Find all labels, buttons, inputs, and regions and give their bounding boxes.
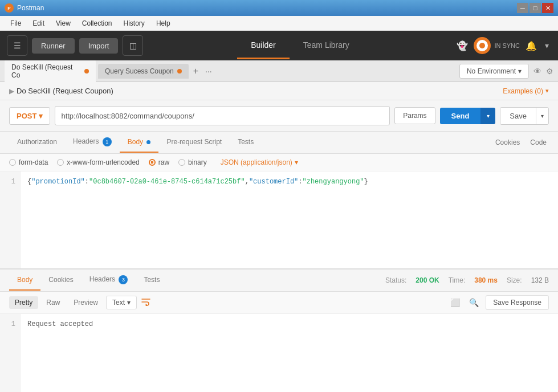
nav-chevron[interactable]: ▾ <box>543 39 551 52</box>
urlencoded-radio[interactable] <box>57 159 64 166</box>
sub-tab-right: Cookies Code <box>493 133 549 152</box>
team-library-tab[interactable]: Team Library <box>290 32 363 59</box>
status-value: 200 OK <box>416 276 439 284</box>
resp-tab-headers[interactable]: Headers 3 <box>82 270 136 291</box>
resp-line-numbers: 1 <box>0 314 21 392</box>
binary-radio[interactable] <box>178 159 185 166</box>
raw-label: raw <box>158 158 169 166</box>
sync-area: IN SYNC <box>474 37 520 54</box>
menu-collection[interactable]: Collection <box>76 17 118 30</box>
code-content[interactable]: {"promotionId":"0c8b4607-02a0-461e-8745-… <box>21 172 558 268</box>
import-button[interactable]: Import <box>79 38 119 54</box>
text-arrow: ▾ <box>127 299 131 307</box>
binary-option[interactable]: binary <box>178 158 207 166</box>
text-dropdown[interactable]: Text ▾ <box>106 296 137 309</box>
sidebar-toggle-button[interactable]: ☰ <box>7 35 27 56</box>
runner-button[interactable]: Runner <box>32 38 75 54</box>
bell-icon[interactable]: 🔔 <box>526 40 537 51</box>
form-data-option[interactable]: form-data <box>9 158 48 166</box>
app-title: Postman <box>17 4 517 12</box>
json-type-label: JSON (application/json) <box>221 158 292 166</box>
json-type-arrow: ▾ <box>295 158 298 166</box>
save-main-button[interactable]: Save <box>500 108 536 124</box>
tab-pre-request[interactable]: Pre-request Script <box>158 132 230 153</box>
menu-history[interactable]: History <box>118 17 150 30</box>
top-nav: ☰ Runner Import ◫ Builder Team Library 👻… <box>0 31 558 60</box>
text-label: Text <box>112 299 125 307</box>
request-line: POST ▾ Params Send ▾ Save ▾ <box>0 100 558 132</box>
menu-file[interactable]: File <box>5 17 27 30</box>
builder-tab[interactable]: Builder <box>237 32 290 59</box>
wrap-button[interactable] <box>139 296 153 310</box>
request-tab-2[interactable]: Query Sucess Coupon <box>98 64 189 79</box>
save-button: Save ▾ <box>500 107 549 125</box>
method-label: POST <box>17 112 36 120</box>
code-link[interactable]: Code <box>528 133 549 152</box>
cookies-link[interactable]: Cookies <box>493 133 522 152</box>
pretty-button[interactable]: Pretty <box>9 296 38 309</box>
urlencoded-option[interactable]: x-www-form-urlencoded <box>57 158 139 166</box>
add-tab-button[interactable]: + <box>191 66 201 76</box>
wrap-icon <box>141 298 150 306</box>
nav-right: 👻 IN SYNC 🔔 ▾ <box>457 37 551 54</box>
menu-help[interactable]: Help <box>150 17 176 30</box>
resp-tab-body[interactable]: Body <box>9 270 40 291</box>
breadcrumb-bar: ▶ Do SecKill (Request Coupon) Examples (… <box>0 82 558 100</box>
form-data-radio[interactable] <box>9 159 16 166</box>
body-dot <box>146 140 150 144</box>
tab-headers[interactable]: Headers 1 <box>65 132 120 153</box>
request-tab-1-dot <box>84 69 89 74</box>
minimize-button[interactable]: ─ <box>517 3 528 13</box>
response-right-tools: ⬜ 🔍 Save Response <box>448 295 549 310</box>
code-editor[interactable]: 1 {"promotionId":"0c8b4607-02a0-461e-874… <box>0 172 558 268</box>
request-tab-1-label: Do SecKill (Request Co <box>11 63 81 79</box>
more-tabs-button[interactable]: ··· <box>203 67 214 76</box>
copy-button[interactable]: ⬜ <box>448 296 462 309</box>
raw-radio[interactable] <box>149 159 156 166</box>
raw-button[interactable]: Raw <box>40 296 66 309</box>
preview-button[interactable]: Preview <box>68 296 104 309</box>
env-settings-button[interactable]: ⚙ <box>546 67 553 76</box>
sync-icon <box>474 37 491 54</box>
tab-tests[interactable]: Tests <box>230 132 262 153</box>
save-arrow-button[interactable]: ▾ <box>536 108 548 124</box>
tab-body[interactable]: Body <box>120 132 159 153</box>
request-tabs: Do SecKill (Request Co Query Sucess Coup… <box>0 60 558 82</box>
send-main-button[interactable]: Send <box>440 108 481 124</box>
time-label: Time: <box>449 276 466 284</box>
raw-option[interactable]: raw <box>149 158 169 166</box>
resp-tab-tests[interactable]: Tests <box>136 270 168 291</box>
tab-authorization[interactable]: Authorization <box>9 132 65 153</box>
examples-arrow[interactable]: ▾ <box>545 87 549 95</box>
line-num-1: 1 <box>0 176 20 187</box>
env-eye-button[interactable]: 👁 <box>533 67 541 76</box>
params-button[interactable]: Params <box>394 107 435 124</box>
env-label: No Environment <box>467 67 516 75</box>
send-arrow-button[interactable]: ▾ <box>480 108 495 124</box>
response-status: Status: 200 OK Time: 380 ms Size: 132 B <box>385 276 549 284</box>
examples-link[interactable]: Examples (0) <box>503 87 543 95</box>
new-tab-button[interactable]: ◫ <box>123 35 143 56</box>
maximize-button[interactable]: □ <box>530 3 541 13</box>
line-numbers: 1 <box>0 172 21 268</box>
title-bar: P Postman ─ □ ✕ <box>0 0 558 16</box>
url-input[interactable] <box>55 106 390 125</box>
resp-tab-cookies[interactable]: Cookies <box>40 270 81 291</box>
resp-line-num-1: 1 <box>0 318 20 330</box>
close-button[interactable]: ✕ <box>542 3 553 13</box>
content-area: Do SecKill (Request Co Query Sucess Coup… <box>0 60 558 392</box>
new-tab-icon: ◫ <box>129 41 137 50</box>
menu-edit[interactable]: Edit <box>27 17 50 30</box>
ghost-icon[interactable]: 👻 <box>457 40 468 51</box>
method-select[interactable]: POST ▾ <box>9 107 50 125</box>
search-button[interactable]: 🔍 <box>467 296 481 309</box>
resp-headers-label: Headers <box>89 275 115 283</box>
response-body: 1 Request accepted <box>0 314 558 392</box>
menu-bar: File Edit View Collection History Help <box>0 16 558 31</box>
env-selector[interactable]: No Environment ▾ <box>459 64 529 79</box>
json-type-selector[interactable]: JSON (application/json) ▾ <box>221 158 298 166</box>
menu-view[interactable]: View <box>50 17 76 30</box>
app-icon: P <box>5 3 14 13</box>
request-tab-1[interactable]: Do SecKill (Request Co <box>5 60 96 83</box>
save-response-button[interactable]: Save Response <box>486 295 549 310</box>
